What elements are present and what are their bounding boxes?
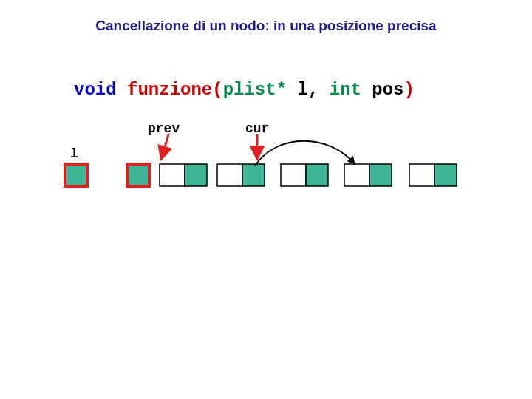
svg-rect-4: [217, 164, 242, 186]
arrow-prev: [161, 134, 168, 160]
svg-rect-1: [127, 164, 149, 186]
node-5: [409, 164, 457, 186]
linked-list-diagram: [0, 0, 532, 399]
svg-rect-8: [344, 164, 369, 186]
svg-rect-9: [369, 164, 392, 186]
node-2: [217, 164, 265, 186]
bypass-arc: [255, 141, 355, 166]
pointer-box-prev: [127, 164, 149, 186]
svg-rect-3: [185, 164, 207, 186]
node-4: [344, 164, 392, 186]
svg-rect-2: [160, 164, 185, 186]
svg-rect-10: [409, 164, 434, 186]
pointer-box-l: [65, 164, 87, 186]
node-3: [281, 164, 328, 186]
svg-rect-11: [434, 164, 457, 186]
svg-rect-6: [281, 164, 306, 186]
svg-rect-5: [242, 164, 265, 186]
svg-rect-0: [65, 164, 87, 186]
svg-rect-7: [306, 164, 328, 186]
node-1: [160, 164, 207, 186]
